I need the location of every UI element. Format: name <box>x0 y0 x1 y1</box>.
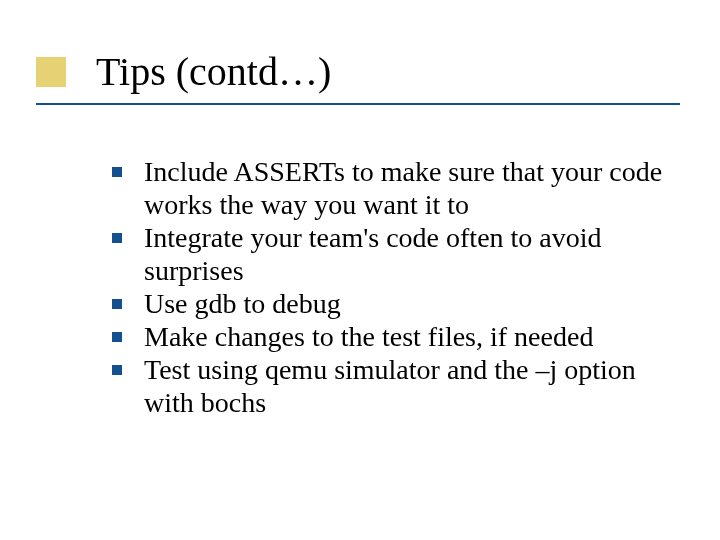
list-item: Test using qemu simulator and the –j opt… <box>108 353 680 419</box>
bullet-text: Use gdb to debug <box>144 288 341 319</box>
bullet-text: Include ASSERTs to make sure that your c… <box>144 156 662 220</box>
slide: Tips (contd…) Include ASSERTs to make su… <box>0 0 720 540</box>
bullet-text: Test using qemu simulator and the –j opt… <box>144 354 636 418</box>
title-accent-square <box>36 57 66 87</box>
list-item: Make changes to the test files, if neede… <box>108 320 680 353</box>
bullet-text: Integrate your team's code often to avoi… <box>144 222 602 286</box>
title-area: Tips (contd…) <box>36 55 680 127</box>
list-item: Integrate your team's code often to avoi… <box>108 221 680 287</box>
slide-title: Tips (contd…) <box>96 48 331 95</box>
bullet-list: Include ASSERTs to make sure that your c… <box>108 155 680 419</box>
bullet-text: Make changes to the test files, if neede… <box>144 321 593 352</box>
list-item: Include ASSERTs to make sure that your c… <box>108 155 680 221</box>
slide-body: Include ASSERTs to make sure that your c… <box>108 155 680 419</box>
title-underline <box>36 103 680 105</box>
list-item: Use gdb to debug <box>108 287 680 320</box>
